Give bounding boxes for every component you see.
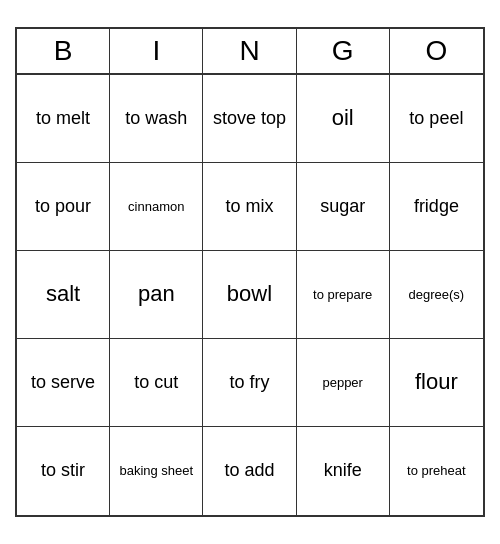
bingo-cell: degree(s)	[390, 251, 483, 339]
bingo-cell: to wash	[110, 75, 203, 163]
bingo-header: BINGO	[17, 29, 483, 75]
header-letter: I	[110, 29, 203, 73]
bingo-cell: salt	[17, 251, 110, 339]
bingo-cell: baking sheet	[110, 427, 203, 515]
header-letter: B	[17, 29, 110, 73]
bingo-cell: fridge	[390, 163, 483, 251]
bingo-cell: to prepare	[297, 251, 390, 339]
bingo-card: BINGO to meltto washstove topoilto peelt…	[15, 27, 485, 517]
bingo-cell: to mix	[203, 163, 296, 251]
bingo-cell: to cut	[110, 339, 203, 427]
bingo-cell: to serve	[17, 339, 110, 427]
bingo-cell: to peel	[390, 75, 483, 163]
bingo-cell: pan	[110, 251, 203, 339]
header-letter: G	[297, 29, 390, 73]
bingo-cell: knife	[297, 427, 390, 515]
bingo-grid: to meltto washstove topoilto peelto pour…	[17, 75, 483, 515]
bingo-cell: sugar	[297, 163, 390, 251]
bingo-cell: bowl	[203, 251, 296, 339]
bingo-cell: to add	[203, 427, 296, 515]
bingo-cell: pepper	[297, 339, 390, 427]
bingo-cell: to melt	[17, 75, 110, 163]
bingo-cell: to preheat	[390, 427, 483, 515]
bingo-cell: to pour	[17, 163, 110, 251]
bingo-cell: to stir	[17, 427, 110, 515]
bingo-cell: flour	[390, 339, 483, 427]
header-letter: N	[203, 29, 296, 73]
bingo-cell: to fry	[203, 339, 296, 427]
bingo-cell: cinnamon	[110, 163, 203, 251]
bingo-cell: stove top	[203, 75, 296, 163]
bingo-cell: oil	[297, 75, 390, 163]
header-letter: O	[390, 29, 483, 73]
